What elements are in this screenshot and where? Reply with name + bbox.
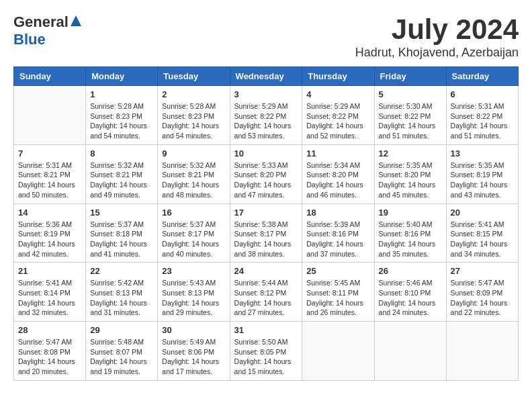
- calendar-week-row: 28Sunrise: 5:47 AM Sunset: 8:08 PM Dayli…: [14, 322, 519, 381]
- day-number: 26: [379, 266, 442, 276]
- calendar-cell: 11Sunrise: 5:34 AM Sunset: 8:20 PM Dayli…: [302, 144, 374, 203]
- calendar-header-saturday: Saturday: [446, 67, 518, 86]
- day-info: Sunrise: 5:50 AM Sunset: 8:05 PM Dayligh…: [234, 337, 298, 377]
- day-info: Sunrise: 5:48 AM Sunset: 8:07 PM Dayligh…: [90, 337, 153, 377]
- day-info: Sunrise: 5:32 AM Sunset: 8:21 PM Dayligh…: [162, 161, 225, 200]
- day-number: 2: [162, 89, 225, 99]
- calendar-week-row: 1Sunrise: 5:28 AM Sunset: 8:23 PM Daylig…: [14, 86, 519, 145]
- day-number: 11: [306, 148, 369, 158]
- day-number: 3: [234, 89, 298, 99]
- calendar-cell: 2Sunrise: 5:28 AM Sunset: 8:23 PM Daylig…: [158, 86, 230, 145]
- calendar-cell: 4Sunrise: 5:29 AM Sunset: 8:22 PM Daylig…: [302, 86, 374, 145]
- day-number: 25: [306, 266, 369, 276]
- day-info: Sunrise: 5:30 AM Sunset: 8:22 PM Dayligh…: [379, 101, 442, 141]
- calendar-cell: 7Sunrise: 5:31 AM Sunset: 8:21 PM Daylig…: [14, 144, 86, 203]
- calendar-cell: 6Sunrise: 5:31 AM Sunset: 8:22 PM Daylig…: [446, 86, 518, 145]
- calendar-cell: 3Sunrise: 5:29 AM Sunset: 8:22 PM Daylig…: [230, 86, 302, 145]
- calendar-header-sunday: Sunday: [14, 67, 86, 86]
- day-number: 20: [451, 208, 514, 218]
- location-subtitle: Hadrut, Khojavend, Azerbaijan: [355, 46, 519, 60]
- calendar-header-tuesday: Tuesday: [158, 67, 230, 86]
- day-number: 6: [451, 89, 514, 99]
- calendar-cell: [14, 86, 86, 145]
- day-info: Sunrise: 5:35 AM Sunset: 8:19 PM Dayligh…: [451, 161, 514, 200]
- calendar-cell: 27Sunrise: 5:47 AM Sunset: 8:09 PM Dayli…: [446, 263, 518, 322]
- calendar-cell: 14Sunrise: 5:36 AM Sunset: 8:19 PM Dayli…: [14, 203, 86, 263]
- calendar-header-row: SundayMondayTuesdayWednesdayThursdayFrid…: [14, 67, 519, 86]
- day-info: Sunrise: 5:47 AM Sunset: 8:09 PM Dayligh…: [451, 278, 514, 318]
- calendar-cell: 5Sunrise: 5:30 AM Sunset: 8:22 PM Daylig…: [374, 86, 446, 145]
- calendar-cell: 13Sunrise: 5:35 AM Sunset: 8:19 PM Dayli…: [446, 144, 518, 203]
- day-info: Sunrise: 5:35 AM Sunset: 8:20 PM Dayligh…: [379, 161, 442, 200]
- day-info: Sunrise: 5:41 AM Sunset: 8:15 PM Dayligh…: [451, 220, 514, 259]
- day-number: 7: [18, 148, 81, 158]
- calendar-cell: 24Sunrise: 5:44 AM Sunset: 8:12 PM Dayli…: [230, 263, 302, 322]
- calendar-cell: 12Sunrise: 5:35 AM Sunset: 8:20 PM Dayli…: [374, 144, 446, 203]
- calendar-cell: 22Sunrise: 5:42 AM Sunset: 8:13 PM Dayli…: [86, 263, 158, 322]
- day-info: Sunrise: 5:33 AM Sunset: 8:20 PM Dayligh…: [234, 161, 298, 200]
- page-header: General Blue July 2024 Hadrut, Khojavend…: [13, 13, 519, 60]
- day-number: 8: [90, 148, 153, 158]
- calendar-cell: 9Sunrise: 5:32 AM Sunset: 8:21 PM Daylig…: [158, 144, 230, 203]
- day-number: 23: [162, 266, 225, 276]
- day-number: 16: [162, 208, 225, 218]
- day-number: 27: [451, 266, 514, 276]
- calendar-cell: 28Sunrise: 5:47 AM Sunset: 8:08 PM Dayli…: [14, 322, 86, 381]
- calendar-cell: 1Sunrise: 5:28 AM Sunset: 8:23 PM Daylig…: [86, 86, 158, 145]
- calendar-header-wednesday: Wednesday: [230, 67, 302, 86]
- calendar-table: SundayMondayTuesdayWednesdayThursdayFrid…: [13, 66, 519, 381]
- calendar-cell: 17Sunrise: 5:38 AM Sunset: 8:17 PM Dayli…: [230, 203, 302, 263]
- calendar-cell: [302, 322, 374, 381]
- day-number: 30: [162, 325, 225, 335]
- logo-general-text: General: [13, 13, 69, 31]
- day-number: 29: [90, 325, 153, 335]
- logo-icon: [70, 15, 82, 30]
- day-info: Sunrise: 5:37 AM Sunset: 8:17 PM Dayligh…: [162, 220, 225, 259]
- calendar-cell: 26Sunrise: 5:46 AM Sunset: 8:10 PM Dayli…: [374, 263, 446, 322]
- calendar-week-row: 21Sunrise: 5:41 AM Sunset: 8:14 PM Dayli…: [14, 263, 519, 322]
- day-info: Sunrise: 5:36 AM Sunset: 8:19 PM Dayligh…: [18, 220, 81, 259]
- calendar-cell: [446, 322, 518, 381]
- day-number: 4: [306, 89, 369, 99]
- day-info: Sunrise: 5:31 AM Sunset: 8:21 PM Dayligh…: [18, 161, 81, 200]
- day-number: 22: [90, 266, 153, 276]
- calendar-cell: 29Sunrise: 5:48 AM Sunset: 8:07 PM Dayli…: [86, 322, 158, 381]
- calendar-cell: 15Sunrise: 5:37 AM Sunset: 8:18 PM Dayli…: [86, 203, 158, 263]
- day-number: 17: [234, 208, 298, 218]
- day-info: Sunrise: 5:32 AM Sunset: 8:21 PM Dayligh…: [90, 161, 153, 200]
- day-info: Sunrise: 5:29 AM Sunset: 8:22 PM Dayligh…: [234, 101, 298, 141]
- calendar-cell: 31Sunrise: 5:50 AM Sunset: 8:05 PM Dayli…: [230, 322, 302, 381]
- day-info: Sunrise: 5:37 AM Sunset: 8:18 PM Dayligh…: [90, 220, 153, 259]
- day-number: 18: [306, 208, 369, 218]
- day-info: Sunrise: 5:45 AM Sunset: 8:11 PM Dayligh…: [306, 278, 369, 318]
- day-number: 24: [234, 266, 298, 276]
- calendar-cell: 10Sunrise: 5:33 AM Sunset: 8:20 PM Dayli…: [230, 144, 302, 203]
- day-number: 12: [379, 148, 442, 158]
- day-number: 1: [90, 89, 153, 99]
- calendar-cell: 18Sunrise: 5:39 AM Sunset: 8:16 PM Dayli…: [302, 203, 374, 263]
- day-number: 15: [90, 208, 153, 218]
- day-info: Sunrise: 5:34 AM Sunset: 8:20 PM Dayligh…: [306, 161, 369, 200]
- day-number: 21: [18, 266, 81, 276]
- day-info: Sunrise: 5:42 AM Sunset: 8:13 PM Dayligh…: [90, 278, 153, 318]
- calendar-cell: 19Sunrise: 5:40 AM Sunset: 8:16 PM Dayli…: [374, 203, 446, 263]
- calendar-header-thursday: Thursday: [302, 67, 374, 86]
- day-number: 19: [379, 208, 442, 218]
- svg-marker-0: [71, 15, 81, 26]
- day-number: 9: [162, 148, 225, 158]
- day-info: Sunrise: 5:49 AM Sunset: 8:06 PM Dayligh…: [162, 337, 225, 377]
- day-number: 5: [379, 89, 442, 99]
- calendar-header-friday: Friday: [374, 67, 446, 86]
- logo-blue-text: Blue: [13, 31, 46, 48]
- day-info: Sunrise: 5:31 AM Sunset: 8:22 PM Dayligh…: [451, 101, 514, 141]
- calendar-cell: 16Sunrise: 5:37 AM Sunset: 8:17 PM Dayli…: [158, 203, 230, 263]
- day-info: Sunrise: 5:28 AM Sunset: 8:23 PM Dayligh…: [162, 101, 225, 141]
- calendar-header-monday: Monday: [86, 67, 158, 86]
- day-number: 28: [18, 325, 81, 335]
- day-info: Sunrise: 5:38 AM Sunset: 8:17 PM Dayligh…: [234, 220, 298, 259]
- day-info: Sunrise: 5:29 AM Sunset: 8:22 PM Dayligh…: [306, 101, 369, 141]
- calendar-cell: 23Sunrise: 5:43 AM Sunset: 8:13 PM Dayli…: [158, 263, 230, 322]
- day-info: Sunrise: 5:47 AM Sunset: 8:08 PM Dayligh…: [18, 337, 81, 377]
- calendar-cell: 30Sunrise: 5:49 AM Sunset: 8:06 PM Dayli…: [158, 322, 230, 381]
- calendar-cell: 8Sunrise: 5:32 AM Sunset: 8:21 PM Daylig…: [86, 144, 158, 203]
